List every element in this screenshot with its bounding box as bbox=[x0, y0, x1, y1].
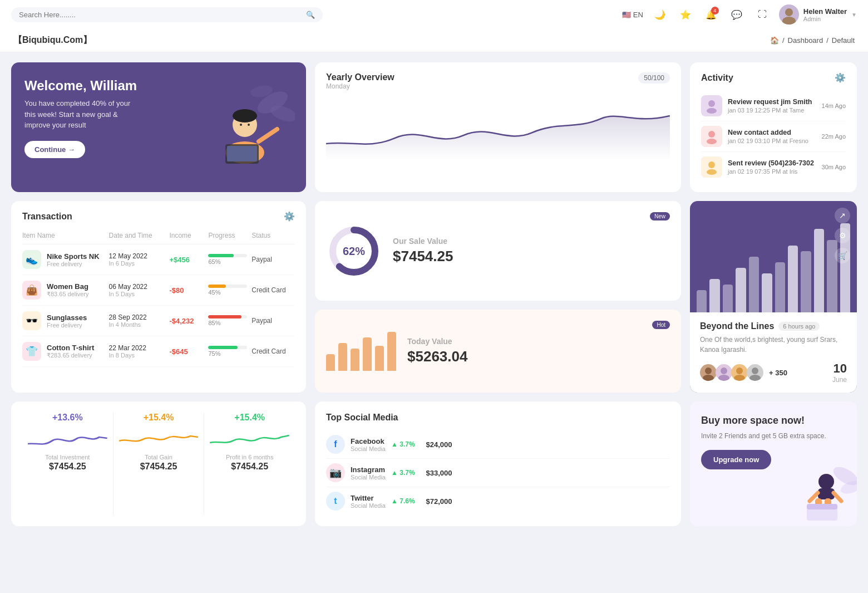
message-button[interactable]: 💬 bbox=[728, 6, 746, 23]
continue-button[interactable]: Continue → bbox=[24, 141, 85, 158]
beyond-description: One Of the world,s brightest, young surf… bbox=[700, 335, 847, 355]
social-row-twitter[interactable]: t Twitter Social Media ▲ 7.6% $72,000 bbox=[326, 487, 670, 515]
table-row[interactable]: 🕶️ Sunglasses Free delivery 28 Sep 2022 … bbox=[22, 306, 295, 336]
theme-toggle-button[interactable]: 🌙 bbox=[651, 6, 669, 23]
beyond-bar bbox=[801, 251, 811, 312]
svg-point-22 bbox=[707, 169, 717, 175]
activity-text-2: New contact added jan 02 19 03:10 PM at … bbox=[728, 129, 816, 145]
upgrade-button[interactable]: Upgrade now bbox=[701, 450, 771, 469]
activity-item-1[interactable]: Review request jim Smith jan 03 19 12:25… bbox=[701, 91, 846, 121]
svg-rect-36 bbox=[818, 488, 835, 499]
col-income: Income bbox=[169, 232, 208, 239]
svg-point-32 bbox=[749, 375, 761, 381]
svg-line-13 bbox=[259, 129, 277, 141]
svg-point-15 bbox=[708, 100, 715, 107]
item-info-3: 🕶️ Sunglasses Free delivery bbox=[22, 311, 109, 330]
fullscreen-button[interactable]: ⛶ bbox=[753, 6, 771, 23]
today-bar-chart bbox=[326, 332, 396, 371]
beyond-share-icon[interactable]: ↗ bbox=[835, 208, 850, 223]
search-icon: 🔍 bbox=[306, 11, 315, 19]
item-icon-3: 🕶️ bbox=[22, 311, 41, 330]
beyond-date: 10 June bbox=[832, 361, 847, 384]
item-info-1: 👟 Nike Sports NK Free delivery bbox=[22, 250, 109, 269]
item-info-4: 👕 Cotton T-shirt ₹283.65 delivery bbox=[22, 342, 109, 361]
home-icon[interactable]: 🏠 bbox=[770, 36, 779, 45]
breadcrumb-default: Default bbox=[832, 36, 855, 45]
beyond-bar-chart bbox=[690, 201, 857, 312]
sparkline-3 bbox=[210, 427, 289, 449]
svg-point-28 bbox=[718, 375, 729, 381]
income-4: -$645 bbox=[169, 347, 208, 356]
beyond-bar bbox=[762, 273, 772, 312]
user-name-label: Helen Walter bbox=[803, 7, 847, 16]
chevron-down-icon: ▼ bbox=[851, 12, 857, 18]
breadcrumb-dashboard[interactable]: Dashboard bbox=[788, 36, 823, 45]
item-icon-4: 👕 bbox=[22, 342, 41, 361]
star-button[interactable]: ⭐ bbox=[677, 6, 694, 23]
col-status: Status bbox=[251, 232, 295, 239]
brand-title: 【Biqubiqu.Com】 bbox=[13, 35, 92, 46]
activity-time-1: 14m Ago bbox=[822, 102, 846, 109]
search-input[interactable] bbox=[19, 11, 302, 19]
col-item-name: Item Name bbox=[22, 232, 109, 239]
svg-point-31 bbox=[752, 367, 758, 374]
notification-button[interactable]: 🔔 4 bbox=[702, 6, 720, 23]
svg-point-27 bbox=[721, 367, 727, 374]
nav-icons: 🇺🇸 EN 🌙 ⭐ 🔔 4 💬 ⛶ Helen Walter Admin ▼ bbox=[622, 4, 857, 24]
svg-point-35 bbox=[818, 474, 834, 489]
stat-investment: +13.6% Total Investment $7454.25 bbox=[22, 413, 114, 515]
yearly-overview-subtitle: Monday bbox=[326, 82, 394, 90]
yearly-overview-badge: 50/100 bbox=[638, 72, 670, 84]
upgrade-card: Buy more space now! Invite 2 Friends and… bbox=[690, 401, 857, 526]
beyond-title: Beyond the Lines bbox=[700, 321, 774, 331]
table-row[interactable]: 👜 Women Bag ₹83.65 delivery 06 May 2022 … bbox=[22, 275, 295, 306]
beyond-cart-icon[interactable]: 🛒 bbox=[835, 248, 850, 263]
beyond-info: Beyond the Lines 6 hours ago One Of the … bbox=[690, 312, 857, 393]
svg-point-26 bbox=[703, 375, 714, 381]
svg-line-41 bbox=[810, 493, 818, 501]
table-row[interactable]: 👕 Cotton T-shirt ₹283.65 delivery 22 Mar… bbox=[22, 336, 295, 367]
svg-point-16 bbox=[707, 108, 717, 114]
svg-rect-38 bbox=[825, 498, 831, 515]
svg-point-12 bbox=[248, 124, 250, 126]
col-progress: Progress bbox=[208, 232, 251, 239]
instagram-icon: 📷 bbox=[326, 463, 345, 482]
beyond-bar bbox=[697, 290, 707, 312]
progress-3: 85% bbox=[208, 315, 251, 326]
activity-item-3[interactable]: Sent review (504)236-7302 jan 02 19 07:3… bbox=[701, 152, 846, 182]
activity-settings-icon[interactable]: ⚙️ bbox=[835, 72, 846, 83]
hot-badge: Hot bbox=[652, 321, 670, 329]
welcome-illustration bbox=[189, 62, 300, 192]
svg-rect-40 bbox=[807, 504, 837, 509]
activity-thumb-3 bbox=[701, 156, 722, 178]
language-selector[interactable]: 🇺🇸 EN bbox=[622, 11, 643, 19]
today-value-card: Today Value $5263.04 Hot bbox=[315, 310, 681, 393]
beyond-bar bbox=[723, 285, 733, 312]
beyond-bar bbox=[709, 279, 719, 312]
upgrade-description: Invite 2 Friends and get 5 GB extra spac… bbox=[701, 431, 826, 441]
main-content: Welcome, William You have completed 40% … bbox=[0, 52, 868, 536]
activity-item-2[interactable]: New contact added jan 02 19 03:10 PM at … bbox=[701, 121, 846, 152]
user-profile[interactable]: Helen Walter Admin ▼ bbox=[779, 4, 857, 24]
item-info-2: 👜 Women Bag ₹83.65 delivery bbox=[22, 281, 109, 300]
transaction-settings-icon[interactable]: ⚙️ bbox=[284, 211, 295, 222]
svg-point-11 bbox=[240, 124, 242, 126]
user-role-label: Admin bbox=[803, 16, 847, 22]
bar-2 bbox=[338, 343, 347, 371]
search-bar[interactable]: 🔍 bbox=[11, 7, 323, 22]
svg-rect-39 bbox=[807, 504, 837, 521]
activity-title: Activity bbox=[701, 73, 733, 83]
social-title: Top Social Media bbox=[326, 413, 670, 423]
table-row[interactable]: 👟 Nike Sports NK Free delivery 12 May 20… bbox=[22, 244, 295, 275]
social-row-facebook[interactable]: f Facebook Social Media ▲ 3.7% $24,000 bbox=[326, 430, 670, 459]
social-row-instagram[interactable]: 📷 Instagram Social Media ▲ 3.7% $33,000 bbox=[326, 459, 670, 487]
activity-time-2: 22m Ago bbox=[822, 133, 846, 140]
beyond-settings-icon[interactable]: ⚙ bbox=[835, 228, 850, 243]
sparkline-1 bbox=[28, 427, 107, 449]
activity-time-3: 30m Ago bbox=[822, 164, 846, 170]
item-icon-2: 👜 bbox=[22, 281, 41, 300]
stat-gain: +15.4% Total Gain $7454.25 bbox=[114, 413, 205, 515]
activity-thumb-2 bbox=[701, 126, 722, 147]
svg-point-34 bbox=[839, 478, 857, 496]
upgrade-illustration bbox=[790, 454, 857, 526]
